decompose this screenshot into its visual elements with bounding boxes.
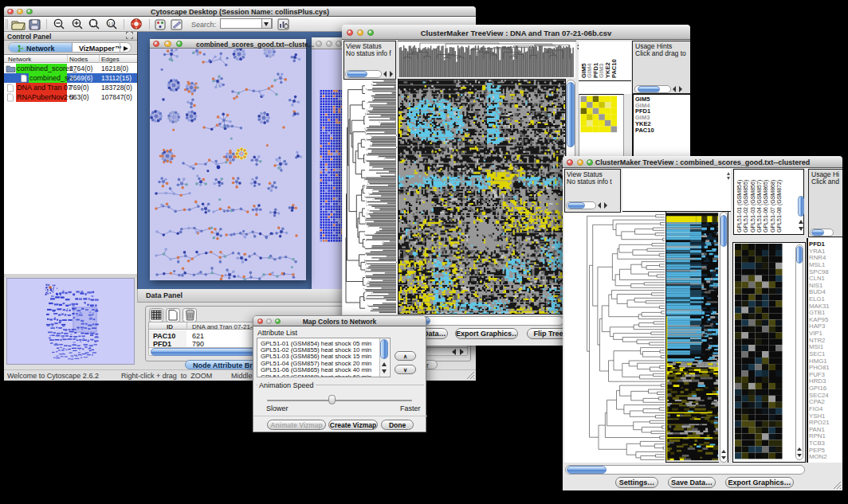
svg-text:PAC10: PAC10 <box>610 59 618 78</box>
svg-text:1:1: 1:1 <box>108 22 114 26</box>
svg-text:GPL51-01 (GSM854): GPL51-01 (GSM854) <box>736 180 743 232</box>
svg-text:GPL51-02 (GSM855): GPL51-02 (GSM855) <box>743 180 749 232</box>
svg-text:GPL51-03 (GSM856): GPL51-03 (GSM856) <box>750 180 756 232</box>
svg-text:GPL51-07 (GSM868): GPL51-07 (GSM868) <box>770 180 776 232</box>
svg-text:GPL51-08 (GSM872): GPL51-08 (GSM872) <box>776 180 783 232</box>
svg-text:GPL51-06 (GSM865): GPL51-06 (GSM865) <box>763 180 769 232</box>
svg-text:GPL51-04 (GSM857): GPL51-04 (GSM857) <box>756 180 763 232</box>
